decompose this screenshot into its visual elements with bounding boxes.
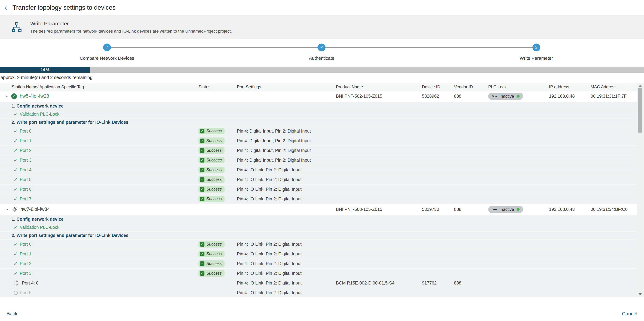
progress-bar: 14 % [0, 67, 644, 73]
scrollbar-up-button[interactable] [638, 85, 642, 87]
status-cell: ✓Success [198, 251, 237, 257]
port-label: Port 4: [20, 167, 33, 172]
check-icon: ✓ [13, 138, 18, 144]
check-icon: ✓ [201, 252, 204, 256]
back-chevron-icon[interactable]: ‹ [4, 4, 7, 12]
validation-row: ✓Validation PLC-Lock [0, 223, 637, 231]
port-settings-cell: Pin 4: IO Link, Pin 2: Digital Input [237, 177, 336, 182]
success-badge: ✓Success [198, 128, 224, 134]
check-icon: ✓ [201, 242, 204, 246]
port-row: ✓Port 7:✓SuccessPin 4: IO Link, Pin 2: D… [0, 194, 637, 204]
key-icon [492, 95, 497, 98]
station-cell: ✓Port 3: [0, 157, 198, 163]
port-label: Port 0: [20, 242, 33, 247]
vendor-id-cell: 888 [454, 207, 488, 212]
device-table: Station Name/ Application Specific Tag S… [0, 84, 644, 297]
loading-spinner-icon [13, 280, 20, 286]
table-body: ✓hw5-4iol-fw28BNI PNT-502-105-Z015532896… [0, 90, 637, 297]
checkbox-check-icon: ✓ [200, 158, 204, 162]
status-label: Success [206, 129, 222, 134]
status-cell: ✓Success [198, 186, 237, 192]
column-header-station: Station Name/ Application Specific Tag [0, 84, 198, 89]
column-header-status: Status [198, 84, 237, 89]
key-icon [492, 208, 497, 211]
port-label: Port 4: 0 [22, 280, 38, 286]
column-header-device-id: Device ID [422, 84, 454, 89]
check-icon: ✓ [13, 270, 18, 276]
chevron-down-icon[interactable] [4, 207, 9, 212]
success-badge: ✓Success [198, 251, 224, 257]
checkbox-check-icon: ✓ [200, 187, 204, 192]
cancel-button[interactable]: Cancel [622, 311, 637, 316]
checkbox-check-icon: ✓ [200, 271, 204, 276]
plc-lock-label: Inactive [500, 207, 514, 212]
validation-label: Validation PLC-Lock [20, 225, 60, 230]
device-name[interactable]: hw5-4iol-fw28 [20, 94, 49, 99]
status-label: Success [206, 187, 222, 192]
vertical-scrollbar[interactable] [638, 84, 642, 297]
check-icon: ✓ [13, 196, 18, 202]
column-header-product-name: Product Name [336, 84, 422, 89]
column-header-plc-lock: PLC Lock [488, 84, 549, 89]
check-icon: ✓ [13, 111, 18, 117]
product-name-cell: BCM R15E-002-DI00-01,5-S4 [336, 280, 422, 286]
status-dot [516, 208, 520, 211]
check-icon: ✓ [13, 94, 16, 98]
port-row: ✓Port 0:✓SuccessPin 4: IO Link, Pin 2: D… [0, 239, 637, 249]
station-cell: ✓Port 4: [0, 167, 198, 173]
status-cell: ✓Success [198, 128, 237, 134]
step2-completed-indicator: ✓ [318, 44, 326, 51]
station-cell: ✓hw5-4iol-fw28 [0, 94, 198, 99]
status-cell: ✓Success [198, 166, 237, 173]
success-badge: ✓Success [198, 270, 224, 276]
check-icon: ✓ [13, 186, 18, 192]
column-header-mac-address: MAC Address [590, 84, 637, 89]
station-cell: ✓Port 1: [0, 138, 198, 144]
check-icon: ✓ [13, 167, 18, 173]
port-row: Port 4: 0Pin 4: IO Link, Pin 2: Digital … [0, 278, 637, 288]
port-settings-cell: Pin 4: Digital Input, Pin 2: Digital Inp… [237, 138, 336, 143]
status-cell: ✓Success [198, 270, 237, 276]
status-label: Success [206, 148, 222, 153]
status-label: Success [206, 271, 222, 276]
port-label: Port 5: [20, 290, 33, 295]
port-settings-cell: Pin 4: IO Link, Pin 2: Digital Input [237, 196, 336, 202]
station-cell: hw7-8iol-fw34 [0, 206, 198, 212]
chevron-down-icon[interactable] [4, 94, 9, 98]
check-icon: ✓ [201, 148, 204, 152]
device-row: hw7-8iol-fw34BNI PNT-508-105-Z0155329730… [0, 204, 637, 215]
plc-lock-cell: Inactive [488, 93, 549, 100]
plc-lock-badge: Inactive [488, 93, 523, 100]
scrollbar-thumb[interactable] [638, 88, 642, 132]
check-icon: ✓ [13, 224, 18, 230]
device-id-cell: 5328962 [422, 94, 454, 99]
validation-label: Validation PLC-Lock [20, 112, 60, 117]
back-button[interactable]: Back [6, 311, 18, 316]
status-label: Success [206, 138, 222, 143]
check-icon: ✓ [13, 241, 18, 247]
status-dot [516, 95, 520, 98]
plc-lock-cell: Inactive [488, 206, 549, 213]
success-badge: ✓Success [198, 260, 224, 267]
section-row: 2. Write port settings and parameter for… [0, 231, 637, 239]
table-header-row: Station Name/ Application Specific Tag S… [0, 84, 637, 90]
status-cell: ✓Success [198, 157, 237, 164]
device-row: ✓hw5-4iol-fw28BNI PNT-502-105-Z015532896… [0, 90, 637, 102]
port-row: ✓Port 1:✓SuccessPin 4: IO Link, Pin 2: D… [0, 249, 637, 258]
port-row: ✓Port 0:✓SuccessPin 4: Digital Input, Pi… [0, 126, 637, 136]
progress-fill: 14 % [0, 67, 90, 73]
vendor-id-cell: 888 [454, 280, 488, 286]
check-icon: ✓ [13, 157, 18, 163]
success-badge: ✓Success [198, 147, 224, 154]
status-cell: ✓Success [198, 147, 237, 154]
device-id-cell: 5329730 [422, 207, 454, 212]
port-settings-cell: Pin 4: IO Link, Pin 2: Digital Input [237, 280, 336, 286]
scrollbar-down-button[interactable] [638, 293, 642, 295]
station-cell: ✓Port 1: [0, 251, 198, 257]
top-header: ‹ Transfer topology settings to devices [0, 0, 644, 15]
port-settings-cell: Pin 4: IO Link, Pin 2: Digital Input [237, 261, 336, 266]
port-row: ✓Port 5:✓SuccessPin 4: IO Link, Pin 2: D… [0, 174, 637, 184]
port-label: Port 2: [20, 261, 33, 266]
device-name[interactable]: hw7-8iol-fw34 [20, 206, 50, 212]
check-icon: ✓ [105, 45, 109, 50]
